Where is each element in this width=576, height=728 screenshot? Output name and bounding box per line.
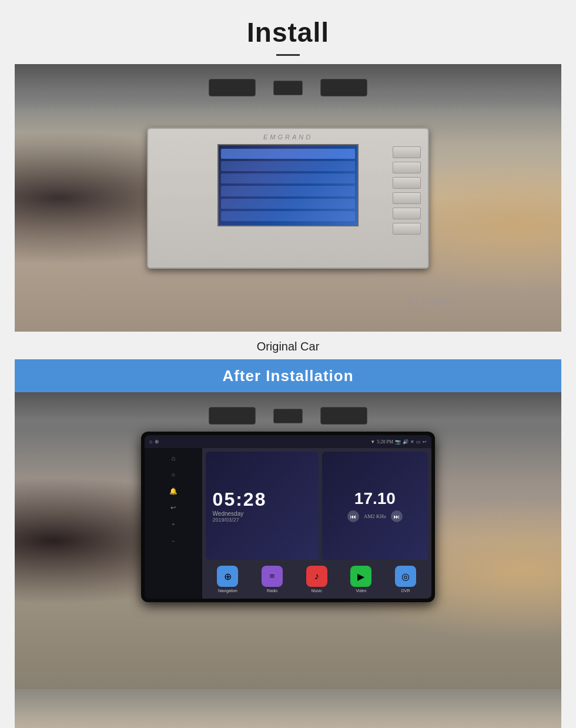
title-section: Install [0, 0, 576, 64]
top-vents [15, 64, 561, 111]
nav-power: ○ [168, 469, 179, 480]
screen-content [219, 145, 357, 225]
android-screen: ⌂ ⊕ ▼ 5:28 PM 📷 🔊 ✕ ▭ ↩ [145, 435, 431, 599]
after-vent-right [320, 407, 367, 425]
after-car-image: ⌂ ⊕ ▼ 5:28 PM 📷 🔊 ✕ ▭ ↩ [15, 392, 561, 689]
nav-app-label: Navigation [218, 589, 237, 593]
home-nav: ⌂ ○ 🔔 ↩ + - [145, 448, 202, 599]
orig-btn-3 [393, 177, 421, 189]
original-brand: EMGRAND [263, 133, 313, 141]
screen-bar-3 [221, 173, 355, 183]
original-screen [217, 144, 359, 226]
time-widget: 05:28 Wednesday 2019/03/27 [206, 452, 319, 560]
orig-btn-2 [393, 162, 421, 173]
wifi-icon: ▼ [370, 439, 375, 445]
app-music[interactable]: ♪ Music [306, 566, 327, 593]
orig-btn-6 [393, 223, 421, 235]
after-vent-center [273, 409, 303, 423]
nav-minus: - [168, 535, 179, 546]
original-headunit: EMGRAND [147, 128, 429, 269]
radio-band: AM2 KHz [364, 513, 386, 519]
after-banner: After Installation [15, 359, 561, 392]
nav-plus: + [168, 519, 179, 529]
radio-widget: 17.10 ⏮ AM2 KHz ⏭ [322, 452, 428, 560]
freq-display: 17.10 [354, 489, 396, 508]
orig-btn-4 [393, 192, 421, 204]
radio-app-label: Radio [267, 589, 277, 593]
music-app-label: Music [312, 589, 322, 593]
android-status-bar: ⌂ ⊕ ▼ 5:28 PM 📷 🔊 ✕ ▭ ↩ [145, 435, 431, 448]
time-day: Wednesday [213, 510, 244, 517]
new-headunit: ⌂ ⊕ ▼ 5:28 PM 📷 🔊 ✕ ▭ ↩ [141, 432, 435, 602]
after-banner-text: After Installation [222, 367, 353, 385]
next-btn[interactable]: ⏭ [391, 510, 403, 522]
after-bottom-strip: Seicane [15, 689, 561, 728]
dvr-app-label: DVR [401, 589, 410, 593]
app-dvr[interactable]: ◎ DVR [395, 566, 416, 593]
app-video[interactable]: ▶ Video [350, 566, 371, 593]
vol-icon: 🔊 [403, 439, 408, 445]
prev-btn[interactable]: ⏮ [347, 510, 359, 522]
back-icon: ↩ [423, 439, 427, 445]
screen-bar-4 [221, 186, 355, 196]
app-navigation[interactable]: ⊕ Navigation [217, 566, 238, 593]
screen-bar-6 [221, 211, 355, 221]
original-buttons [393, 146, 421, 235]
video-app-icon: ▶ [350, 566, 371, 587]
title-divider [276, 54, 300, 56]
radio-app-icon: ≡ [262, 566, 283, 587]
vent-center [273, 81, 303, 95]
home-icon: ⌂ [149, 439, 152, 445]
app-radio[interactable]: ≡ Radio [262, 566, 283, 593]
time-date: 2019/03/27 [213, 517, 239, 523]
screen-bar-5 [221, 199, 355, 209]
after-installation-section: After Installation ⌂ [15, 359, 561, 728]
screen-bar-2 [221, 161, 355, 171]
nav-bell: 🔔 [168, 486, 179, 496]
nav-app-icon: ⊕ [217, 566, 238, 587]
page-title: Install [0, 16, 576, 48]
status-right: ▼ 5:28 PM 📷 🔊 ✕ ▭ ↩ [370, 439, 427, 445]
screen-bar-1 [221, 149, 355, 159]
page-wrapper: Install EMGRAND [0, 0, 576, 728]
status-time: 5:28 PM [377, 439, 393, 445]
nav-back: ↩ [168, 502, 179, 513]
original-car-caption: Original Car [257, 332, 320, 359]
orig-btn-1 [393, 146, 421, 158]
app-grid: ⊕ Navigation ≡ Radio ♪ [206, 563, 428, 595]
after-vent-left [209, 407, 256, 425]
vent-right [320, 79, 367, 96]
main-content: 05:28 Wednesday 2019/03/27 17.10 ⏮ [202, 448, 431, 599]
after-interior: ⌂ ⊕ ▼ 5:28 PM 📷 🔊 ✕ ▭ ↩ [15, 392, 561, 689]
vent-left [209, 79, 256, 96]
x-icon: ✕ [410, 439, 414, 445]
original-interior: EMGRAND [15, 64, 561, 332]
cam-icon: 📷 [395, 439, 401, 445]
status-left: ⌂ ⊕ [149, 439, 159, 445]
seicane-watermark-original: Seicane [407, 293, 456, 308]
orig-btn-5 [393, 208, 421, 219]
music-app-icon: ♪ [306, 566, 327, 587]
screen-body: ⌂ ○ 🔔 ↩ + - [145, 448, 431, 599]
nav-icon-status: ⊕ [155, 439, 159, 445]
info-row: 05:28 Wednesday 2019/03/27 17.10 ⏮ [206, 452, 428, 560]
video-app-label: Video [356, 589, 367, 593]
original-car-block: EMGRAND [15, 64, 561, 332]
nav-home: ⌂ [168, 453, 179, 463]
original-car-image: EMGRAND [15, 64, 561, 332]
dvr-app-icon: ◎ [395, 566, 416, 587]
time-display: 05:28 [213, 489, 267, 510]
rect-icon: ▭ [416, 439, 421, 445]
radio-controls: ⏮ AM2 KHz ⏭ [347, 510, 403, 522]
